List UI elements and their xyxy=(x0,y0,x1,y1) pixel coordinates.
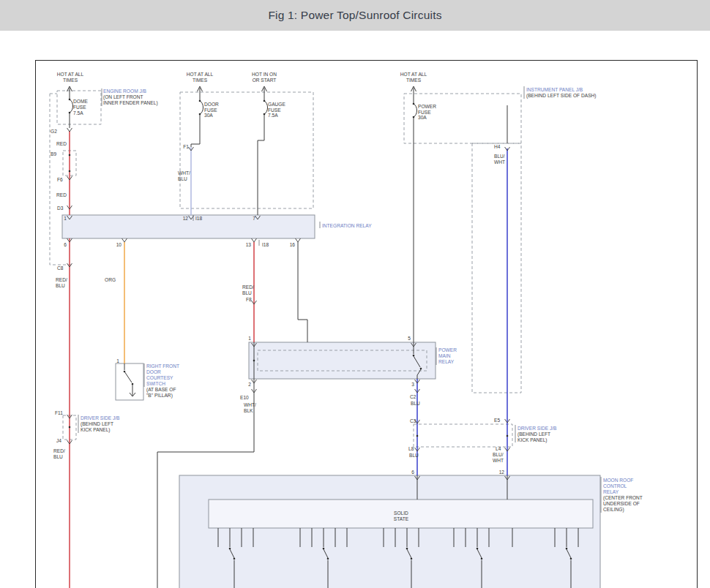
moonroof-sub-3: CEILING) xyxy=(603,507,624,513)
wire-redblu-3a: RED/ xyxy=(53,448,65,453)
driver-side-jb-right-sub-2: KICK PANEL) xyxy=(517,437,548,443)
junction-dot xyxy=(323,548,325,550)
conn-f11: F11 xyxy=(55,410,63,415)
pin-courtesy-1: 1 xyxy=(116,358,119,363)
driver-side-jb-right-box xyxy=(414,424,512,447)
hot-2-line-1: HOT AT ALL xyxy=(187,72,214,77)
power-main-relay-box xyxy=(249,342,436,379)
hot-2-line-2: TIMES xyxy=(193,78,208,83)
wire-redblu-2b: BLU xyxy=(242,290,252,295)
power-fuse-1: POWER xyxy=(418,104,436,109)
pin-ir-7: 7 xyxy=(253,216,255,221)
integration-relay-box xyxy=(62,215,315,238)
wire-red-1: RED xyxy=(56,141,67,146)
driver-side-jb-right-sub-1: (BEHIND LEFT xyxy=(517,431,550,437)
wire-connector-chevrons xyxy=(67,128,510,451)
driver-side-jb-left-sub-1: (BEHIND LEFT xyxy=(81,421,113,427)
wire-whtblk-2: BLK xyxy=(244,408,253,413)
door-fuse-2: FUSE xyxy=(204,108,217,113)
power-main-relay-label-3: RELAY xyxy=(438,359,455,364)
wire-whtblk-1: WHT/ xyxy=(244,402,256,407)
conn-f1: F1 xyxy=(183,144,189,149)
diagram-labels: HOT AT ALLTIMESHOT AT ALLTIMESHOT IN ONO… xyxy=(51,72,643,521)
junction-dot xyxy=(416,435,419,437)
courtesy-switch-sub-1: (AT BASE OF xyxy=(146,387,176,393)
dome-fuse-1: DOME xyxy=(73,99,88,104)
junction-dot xyxy=(233,558,236,560)
courtesy-switch-label-4: SWITCH xyxy=(146,381,165,386)
junction-dot xyxy=(406,548,408,550)
solid-state-2: STATE xyxy=(394,516,409,521)
conn-j4: J4 xyxy=(56,438,61,443)
conn-b9: B9 xyxy=(51,151,56,157)
wire-bluwht-2b: WHT xyxy=(493,458,504,463)
moonroof-sub-1: (CENTER FRONT xyxy=(603,495,643,501)
junction-dot xyxy=(264,100,266,102)
junction-dot xyxy=(69,99,71,101)
junction-dot xyxy=(327,558,329,560)
junction-dot xyxy=(69,154,71,157)
conn-e10: E10 xyxy=(240,395,249,400)
pin-mrr-12: 12 xyxy=(499,470,505,475)
door-fuse-3: 30A xyxy=(204,113,213,118)
moonroof-relay-box xyxy=(179,475,600,588)
courtesy-switch-box xyxy=(116,363,143,400)
courtesy-switch-label-2: DOOR xyxy=(146,369,161,374)
conn-g2: G2 xyxy=(51,129,57,134)
driver-side-jb-left-label: DRIVER SIDE J/B xyxy=(81,415,120,421)
gauge-fuse-3: 7.5A xyxy=(268,113,278,118)
moonroof-label-2: CONTROL xyxy=(603,483,627,489)
courtesy-switch-label-3: COURTESY xyxy=(146,375,173,380)
label-bracket-ticks xyxy=(78,86,601,513)
dome-fuse-3: 7.5A xyxy=(73,110,83,116)
junction-dot xyxy=(132,383,134,385)
driver-side-jb-left-sub-2: KICK PANEL) xyxy=(81,427,111,433)
junction-dot xyxy=(570,558,572,560)
pin-ir-1: 1 xyxy=(64,216,67,221)
conn-c2: C2 xyxy=(410,394,416,399)
junction-dot xyxy=(253,360,255,362)
pin-ir-12: 12 xyxy=(183,216,189,221)
wire-bluwht-1b: WHT xyxy=(494,159,505,165)
engine-room-jb-label: ENGINE ROOM J/B xyxy=(103,88,147,94)
junction-dot xyxy=(477,548,479,550)
power-fuse-2: FUSE xyxy=(418,110,431,115)
gauge-fuse-2: FUSE xyxy=(268,108,281,113)
pin-ir-10: 10 xyxy=(116,242,122,247)
conn-i18-top: I18 xyxy=(195,216,202,221)
wire-blu-2: BLU xyxy=(409,453,419,458)
wire-redblu-1a: RED/ xyxy=(56,277,67,282)
courtesy-switch-sub-2: "B" PILLAR) xyxy=(146,393,173,399)
wire-redblu-3b: BLU xyxy=(53,454,63,459)
conn-f8: F8 xyxy=(246,297,252,302)
junction-dot xyxy=(413,355,415,357)
junction-dot xyxy=(411,558,413,560)
instrument-panel-jb-lower-boundary xyxy=(472,143,521,393)
door-fuse-jog-wire xyxy=(191,114,200,147)
conn-i18-bottom: I18 xyxy=(262,242,269,247)
junction-dot xyxy=(481,558,483,560)
moonroof-label-1: MOON ROOF xyxy=(603,478,633,483)
hot-1-line-2: TIMES xyxy=(63,78,78,83)
gauge-fuse-1: GAUGE xyxy=(268,102,285,107)
junction-dot xyxy=(566,548,568,550)
junction-dot xyxy=(229,548,231,550)
hot-3-line-2: OR START xyxy=(253,78,277,83)
junction-dot xyxy=(420,368,422,370)
driver-side-jb-right-label: DRIVER SIDE J/B xyxy=(517,426,557,431)
hot-1-line-1: HOT AT ALL xyxy=(57,72,84,77)
hot-3-line-1: HOT IN ON xyxy=(252,72,277,77)
wiring-diagram: HOT AT ALLTIMESHOT AT ALLTIMESHOT IN ONO… xyxy=(0,0,710,588)
pin-mrr-6: 6 xyxy=(411,470,414,475)
hot-4-line-1: HOT AT ALL xyxy=(400,72,427,77)
wire-bluwht-2a: BLU/ xyxy=(493,452,504,457)
ir-pin16-wire xyxy=(298,242,307,342)
mid-jb-box xyxy=(180,92,313,208)
moonroof-sub-2: UNDERSIDE OF xyxy=(603,501,640,506)
conn-c8: C8 xyxy=(57,265,64,271)
wire-blu-1: BLU xyxy=(411,401,420,406)
pin-ir-16: 16 xyxy=(290,242,296,247)
junction-dot xyxy=(69,426,71,429)
conn-l8: L8 xyxy=(408,446,414,451)
conn-f6: F6 xyxy=(57,177,63,182)
